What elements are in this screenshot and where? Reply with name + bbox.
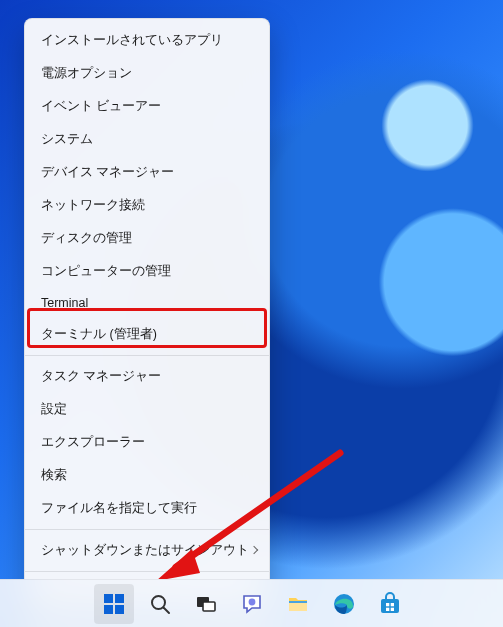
menu-item-label: ネットワーク接続 bbox=[41, 197, 145, 214]
menu-item-label: コンピューターの管理 bbox=[41, 263, 171, 280]
chat-button[interactable] bbox=[232, 584, 272, 624]
microsoft-store-button[interactable] bbox=[370, 584, 410, 624]
menu-item-label: デバイス マネージャー bbox=[41, 164, 174, 181]
menu-item-network-connections[interactable]: ネットワーク接続 bbox=[25, 189, 269, 222]
svg-rect-3 bbox=[104, 605, 113, 614]
start-button[interactable] bbox=[94, 584, 134, 624]
microsoft-store-icon bbox=[378, 592, 402, 616]
task-view-icon bbox=[194, 592, 218, 616]
menu-item-settings[interactable]: 設定 bbox=[25, 393, 269, 426]
menu-item-computer-management[interactable]: コンピューターの管理 bbox=[25, 255, 269, 288]
menu-item-label: ファイル名を指定して実行 bbox=[41, 500, 197, 517]
menu-item-label: システム bbox=[41, 131, 93, 148]
menu-item-power-options[interactable]: 電源オプション bbox=[25, 57, 269, 90]
menu-item-installed-apps[interactable]: インストールされているアプリ bbox=[25, 24, 269, 57]
menu-item-terminal[interactable]: Terminal bbox=[25, 288, 269, 318]
svg-rect-11 bbox=[289, 601, 307, 603]
search-icon bbox=[148, 592, 172, 616]
menu-separator bbox=[25, 355, 269, 356]
menu-item-device-manager[interactable]: デバイス マネージャー bbox=[25, 156, 269, 189]
windows-start-icon bbox=[102, 592, 126, 616]
winx-context-menu: インストールされているアプリ 電源オプション イベント ビューアー システム デ… bbox=[24, 18, 270, 615]
menu-item-label: タスク マネージャー bbox=[41, 368, 161, 385]
menu-item-explorer[interactable]: エクスプローラー bbox=[25, 426, 269, 459]
task-view-button[interactable] bbox=[186, 584, 226, 624]
edge-icon bbox=[332, 592, 356, 616]
menu-item-label: 検索 bbox=[41, 467, 67, 484]
svg-rect-15 bbox=[390, 603, 393, 606]
search-button[interactable] bbox=[140, 584, 180, 624]
menu-item-label: 電源オプション bbox=[41, 65, 132, 82]
menu-item-run[interactable]: ファイル名を指定して実行 bbox=[25, 492, 269, 525]
edge-button[interactable] bbox=[324, 584, 364, 624]
menu-item-disk-management[interactable]: ディスクの管理 bbox=[25, 222, 269, 255]
svg-rect-16 bbox=[386, 607, 389, 610]
menu-item-terminal-admin[interactable]: ターミナル (管理者) bbox=[25, 318, 269, 351]
svg-rect-2 bbox=[115, 594, 124, 603]
file-explorer-icon bbox=[286, 592, 310, 616]
svg-rect-4 bbox=[115, 605, 124, 614]
menu-item-label: Terminal bbox=[41, 296, 88, 310]
chat-icon bbox=[240, 592, 264, 616]
svg-rect-13 bbox=[381, 599, 399, 613]
menu-separator bbox=[25, 529, 269, 530]
chevron-right-icon bbox=[249, 546, 253, 556]
menu-item-label: ターミナル (管理者) bbox=[41, 326, 157, 343]
menu-item-label: エクスプローラー bbox=[41, 434, 145, 451]
menu-separator bbox=[25, 571, 269, 572]
svg-rect-14 bbox=[386, 603, 389, 606]
menu-item-label: インストールされているアプリ bbox=[41, 32, 223, 49]
menu-item-label: ディスクの管理 bbox=[41, 230, 132, 247]
menu-item-shutdown-signout[interactable]: シャットダウンまたはサインアウト bbox=[25, 534, 269, 567]
svg-point-9 bbox=[248, 598, 255, 605]
svg-rect-17 bbox=[390, 607, 393, 610]
menu-item-system[interactable]: システム bbox=[25, 123, 269, 156]
menu-item-label: イベント ビューアー bbox=[41, 98, 161, 115]
svg-rect-10 bbox=[289, 602, 307, 611]
menu-item-event-viewer[interactable]: イベント ビューアー bbox=[25, 90, 269, 123]
svg-rect-1 bbox=[104, 594, 113, 603]
menu-item-label: シャットダウンまたはサインアウト bbox=[41, 542, 249, 559]
desktop-wallpaper: インストールされているアプリ 電源オプション イベント ビューアー システム デ… bbox=[0, 0, 503, 627]
menu-item-search[interactable]: 検索 bbox=[25, 459, 269, 492]
svg-rect-8 bbox=[203, 602, 215, 611]
svg-line-6 bbox=[163, 607, 169, 613]
taskbar bbox=[0, 579, 503, 627]
menu-item-label: 設定 bbox=[41, 401, 67, 418]
menu-item-task-manager[interactable]: タスク マネージャー bbox=[25, 360, 269, 393]
file-explorer-button[interactable] bbox=[278, 584, 318, 624]
